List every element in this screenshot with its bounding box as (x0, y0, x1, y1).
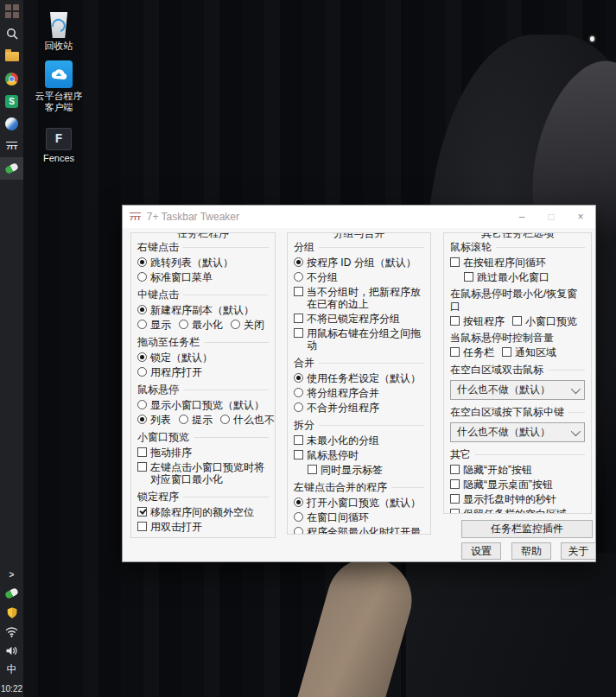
checkbox-option[interactable]: 未最小化的分组 (294, 434, 424, 447)
option-label: 在按钮程序间循环 (463, 257, 546, 269)
checkbox-option[interactable]: 用鼠标右键在分组之间拖动 (294, 327, 424, 352)
minimize-button[interactable]: – (507, 206, 537, 228)
radio-option[interactable]: 不分组 (294, 271, 424, 283)
radio-option[interactable]: 跳转列表（默认） (137, 257, 269, 269)
dropdown[interactable]: 什么也不做（默认） (450, 422, 585, 442)
window-icon: 7TT (130, 212, 141, 222)
radio-option[interactable]: 锁定（默认） (137, 352, 269, 364)
option-row: 列表提示什么也不做 (137, 414, 269, 426)
checkbox-option[interactable]: 隐藏“开始”按钮 (450, 464, 585, 476)
ime-indicator[interactable]: 中 (0, 660, 23, 679)
maximize-button[interactable]: □ (537, 206, 566, 228)
checkbox-icon (137, 522, 147, 531)
radio-option[interactable]: 使用任务栏设定（默认） (294, 372, 424, 384)
capsule-tray-icon[interactable] (0, 584, 23, 603)
checkbox-icon (294, 435, 303, 445)
checkbox-option[interactable]: 左键点击小窗口预览时将对应窗口最小化 (137, 461, 269, 485)
radio-option[interactable]: 最小化 (179, 319, 223, 331)
option-label: 在窗口间循环 (307, 511, 369, 523)
radio-option[interactable]: 列表 (137, 414, 171, 426)
radio-option[interactable]: 打开小窗口预览（默认） (294, 497, 424, 509)
radio-icon (137, 305, 147, 314)
radio-option[interactable]: 关闭 (231, 319, 264, 331)
capsule-tray-glyph (4, 587, 19, 599)
radio-option[interactable]: 不合并分组程序 (294, 402, 424, 414)
capsule-app-icon[interactable] (0, 157, 23, 180)
checkbox-option[interactable]: 任务栏 (450, 346, 494, 358)
checkbox-option[interactable]: 隐藏“显示桌面”按钮 (450, 478, 585, 491)
checkbox-option[interactable]: 按钮程序 (450, 315, 505, 327)
radio-option[interactable]: 显示小窗口预览（默认） (137, 399, 269, 411)
file-explorer-icon[interactable] (0, 45, 23, 67)
radio-icon (137, 257, 147, 267)
wifi-icon[interactable] (0, 622, 23, 641)
section-header: 合并 (294, 356, 424, 371)
radio-icon (179, 320, 188, 329)
radio-option[interactable]: 将分组程序合并 (294, 387, 424, 399)
checkbox-option[interactable]: 当不分组时，把新程序放在已有的边上 (294, 286, 424, 310)
app-s-icon[interactable]: S (0, 90, 23, 112)
radio-option[interactable]: 程序全部最小化时打开最后窗口，否则打开小窗口预览 (294, 526, 424, 535)
radio-icon (294, 527, 303, 535)
checkbox-icon (450, 494, 460, 504)
checkbox-option[interactable]: 在按钮程序间循环 (450, 257, 585, 269)
radio-option[interactable]: 在窗口间循环 (294, 511, 424, 523)
taskbar-inspector-button[interactable]: 任务栏监控插件 (461, 520, 593, 538)
taskbar: S 7TT > 中 10:22 (0, 0, 23, 697)
desktop-icon-fences[interactable]: F Fences (27, 117, 91, 164)
chevron-glyph: > (10, 570, 15, 580)
checkbox-option[interactable]: 用双击打开 (137, 521, 269, 533)
close-button[interactable]: × (566, 206, 595, 228)
radio-option[interactable]: 按程序 ID 分组（默认） (294, 257, 424, 269)
volume-icon[interactable] (0, 641, 23, 660)
about-button[interactable]: 关于 (561, 542, 596, 560)
tray-clock[interactable]: 10:22 (1, 684, 22, 694)
checkbox-option[interactable]: 显示托盘时钟的秒针 (450, 493, 585, 505)
search-glyph (5, 27, 19, 41)
checkbox-option[interactable]: 小窗口预览 (512, 315, 577, 327)
checkbox-option[interactable]: 通知区域 (502, 346, 556, 358)
section-header-text: 右键点击 (137, 240, 179, 255)
settings-button[interactable]: 设置 (461, 542, 501, 560)
checkbox-option[interactable]: 跳过最小化窗口 (464, 271, 585, 283)
option-label: 跳过最小化窗口 (477, 271, 549, 283)
option-label: 提示 (192, 414, 213, 426)
start-grid-icon[interactable] (0, 0, 23, 22)
checkbox-icon (450, 316, 460, 326)
checkbox-icon (137, 507, 147, 516)
radio-option[interactable]: 标准窗口菜单 (137, 271, 269, 283)
security-shield-icon[interactable] (0, 603, 23, 622)
checkbox-option[interactable]: 拖动排序 (137, 447, 269, 459)
desktop-icon-cloud-client[interactable]: 云平台程序客户端 (27, 55, 91, 113)
checkbox-option[interactable]: 同时显示标签 (308, 464, 424, 476)
radio-option[interactable]: 新建程序副本（默认） (137, 304, 269, 316)
titlebar[interactable]: 7TT 7+ Taskbar Tweaker – □ × (123, 206, 595, 228)
checkbox-option[interactable]: 不将已锁定程序分组 (294, 313, 424, 325)
dropdown[interactable]: 什么也不做（默认） (450, 380, 585, 400)
option-label: 用双击打开 (150, 521, 202, 533)
option-label: 小窗口预览 (525, 315, 577, 327)
hidden-icons-chevron[interactable]: > (0, 565, 23, 584)
section-header-text: 左键点击合并的程序 (294, 480, 387, 495)
radio-option[interactable]: 什么也不做 (220, 414, 276, 426)
taskbar-tweaker-icon[interactable]: 7TT (0, 135, 23, 157)
radio-icon (220, 415, 230, 424)
option-label: 将分组程序合并 (307, 387, 379, 399)
checkbox-option[interactable]: 移除程序间的额外空位 (137, 506, 269, 518)
s-glyph: S (5, 95, 18, 108)
option-label: 不分组 (307, 271, 338, 283)
radio-option[interactable]: 用程序打开 (137, 366, 269, 378)
desktop-icon-recycle-bin[interactable]: 回收站 (27, 5, 91, 52)
radio-option[interactable]: 显示 (137, 319, 171, 331)
section-divider (204, 342, 269, 343)
option-label: 移除程序间的额外空位 (150, 506, 254, 518)
radio-option[interactable]: 提示 (179, 414, 213, 426)
search-icon[interactable] (0, 22, 23, 45)
checkbox-option[interactable]: 保留任务栏的空白区域 (450, 508, 585, 514)
app-blue-icon[interactable] (0, 112, 23, 135)
checkbox-option[interactable]: 鼠标悬停时 (294, 449, 424, 461)
chrome-icon[interactable] (0, 67, 23, 90)
option-label: 当不分组时，把新程序放在已有的边上 (307, 286, 424, 310)
help-button[interactable]: 帮助 (511, 542, 551, 560)
option-label: 左键点击小窗口预览时将对应窗口最小化 (150, 461, 269, 485)
